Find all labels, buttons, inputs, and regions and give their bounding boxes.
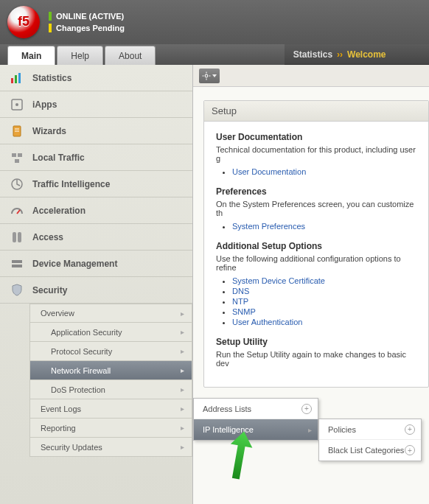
traffic-intel-icon	[9, 176, 25, 192]
chevron-right-icon: ▸	[181, 443, 184, 451]
sub-security-updates[interactable]: Security Updates▸	[29, 438, 192, 457]
sub-app-security[interactable]: Application Security▸	[29, 323, 192, 342]
heading-addl: Additional Setup Options	[216, 241, 416, 251]
svg-rect-13	[13, 232, 16, 242]
text-userdoc: Technical documentation for this product…	[216, 145, 416, 163]
sidebar-item-device-mgmt[interactable]: Device Management	[0, 251, 192, 277]
caret-down-icon	[212, 74, 217, 77]
svg-rect-10	[15, 159, 19, 163]
sidebar-item-iapps[interactable]: iApps	[0, 91, 192, 118]
toolbar	[193, 65, 429, 87]
sidebar-item-access[interactable]: Access	[0, 224, 192, 251]
chevron-right-icon: ▸	[181, 405, 184, 413]
svg-rect-2	[18, 73, 21, 83]
header-bar: ONLINE (ACTIVE) Changes Pending	[0, 0, 429, 44]
sidebar-item-traffic-intel[interactable]: Traffic Intelligence	[0, 171, 192, 197]
plus-icon[interactable]: +	[301, 404, 312, 414]
status-block: ONLINE (ACTIVE) Changes Pending	[49, 12, 125, 32]
security-submenu: Overview▸ Application Security▸ Protocol…	[29, 304, 192, 457]
status-indicator-online	[49, 12, 52, 21]
text-util: Run the Setup Utility again to make chan…	[216, 350, 416, 368]
sidebar-label: Statistics	[32, 73, 72, 83]
link-dns[interactable]: DNS	[232, 287, 249, 295]
flyout-network-firewall: Address Lists+ IP Intelligence▸	[193, 398, 318, 441]
setup-panel: Setup User Documentation Technical docum…	[203, 100, 429, 388]
svg-rect-0	[11, 78, 13, 83]
tab-row: Main Help About Statistics ›› Welcome	[0, 44, 429, 65]
tab-main[interactable]: Main	[7, 46, 55, 65]
chevron-right-icon: ▸	[181, 328, 184, 336]
sidebar-item-statistics[interactable]: Statistics	[0, 65, 192, 91]
sidebar-label: iApps	[32, 99, 57, 110]
sub-reporting[interactable]: Reporting▸	[29, 419, 192, 438]
svg-line-12	[17, 210, 20, 214]
text-prefs: On the System Preferences screen, you ca…	[216, 200, 416, 217]
sidebar-item-local-traffic[interactable]: Local Traffic	[0, 144, 192, 171]
device-icon	[9, 256, 25, 272]
plus-icon[interactable]: +	[405, 445, 415, 455]
svg-rect-8	[12, 153, 16, 157]
sub-dos-protection[interactable]: DoS Protection▸	[29, 380, 192, 399]
heading-util: Setup Utility	[216, 337, 416, 347]
sub-overview[interactable]: Overview▸	[29, 304, 192, 323]
svg-point-17	[205, 74, 208, 77]
sub-event-logs[interactable]: Event Logs▸	[29, 399, 192, 419]
svg-rect-1	[15, 75, 17, 83]
flyout-ip-intelligence: Policies+ Black List Categories+	[318, 419, 422, 461]
link-snmp[interactable]: SNMP	[232, 307, 256, 316]
sub-network-firewall[interactable]: Network Firewall▸	[29, 361, 192, 380]
wizard-icon	[9, 123, 25, 139]
f5-logo	[7, 6, 40, 38]
shield-icon	[9, 282, 25, 298]
flyout-item-policies[interactable]: Policies+	[319, 419, 421, 440]
access-icon	[9, 229, 25, 245]
sidebar-label: Wizards	[32, 126, 66, 136]
chevron-right-icon: ▸	[181, 347, 184, 355]
link-prefs[interactable]: System Preferences	[232, 222, 305, 231]
panel-title: Setup	[204, 101, 428, 122]
svg-rect-14	[18, 232, 21, 242]
sidebar: Statistics iApps Wizards Local Traffic T…	[0, 65, 193, 504]
chevron-right-icon: ▸	[308, 426, 312, 434]
chart-icon	[9, 70, 25, 86]
link-userdoc[interactable]: User Documentation	[232, 167, 306, 176]
plus-icon[interactable]: +	[405, 424, 415, 435]
sidebar-label: Device Management	[32, 259, 117, 269]
heading-userdoc: User Documentation	[216, 132, 416, 142]
iapps-icon	[9, 97, 25, 113]
tab-help[interactable]: Help	[57, 46, 103, 65]
breadcrumb-current: Welcome	[347, 49, 386, 60]
sidebar-item-wizards[interactable]: Wizards	[0, 118, 192, 144]
gauge-icon	[9, 203, 25, 219]
sidebar-item-security[interactable]: Security	[0, 277, 192, 304]
sub-protocol-security[interactable]: Protocol Security▸	[29, 342, 192, 361]
breadcrumb-root[interactable]: Statistics	[293, 49, 332, 60]
sidebar-label: Security	[32, 285, 67, 295]
sidebar-label: Access	[32, 232, 63, 242]
gear-icon	[202, 71, 211, 80]
svg-rect-9	[18, 153, 22, 157]
heading-prefs: Preferences	[216, 186, 416, 197]
link-userauth[interactable]: User Authentication	[232, 318, 302, 326]
gear-menu-button[interactable]	[199, 69, 220, 83]
svg-point-4	[15, 103, 18, 106]
flyout-item-blacklist[interactable]: Black List Categories+	[319, 440, 421, 461]
sidebar-label: Traffic Intelligence	[32, 179, 110, 189]
status-online-text: ONLINE (ACTIVE)	[56, 12, 124, 21]
link-ntp[interactable]: NTP	[232, 297, 248, 306]
status-indicator-pending	[49, 24, 52, 32]
svg-rect-16	[12, 265, 22, 267]
breadcrumb-sep: ››	[337, 49, 343, 60]
sidebar-label: Acceleration	[32, 206, 86, 216]
sidebar-label: Local Traffic	[32, 153, 85, 163]
tab-about[interactable]: About	[105, 46, 156, 65]
flyout-item-address-lists[interactable]: Address Lists+	[194, 399, 318, 419]
status-pending-text: Changes Pending	[56, 24, 125, 32]
link-cert[interactable]: System Device Certificate	[232, 276, 325, 285]
sidebar-item-acceleration[interactable]: Acceleration	[0, 197, 192, 224]
svg-rect-15	[12, 260, 22, 263]
chevron-right-icon: ▸	[181, 366, 184, 374]
local-traffic-icon	[9, 150, 25, 166]
flyout-item-ip-intelligence[interactable]: IP Intelligence▸	[194, 419, 318, 440]
text-addl: Use the following additional configurati…	[216, 254, 416, 272]
